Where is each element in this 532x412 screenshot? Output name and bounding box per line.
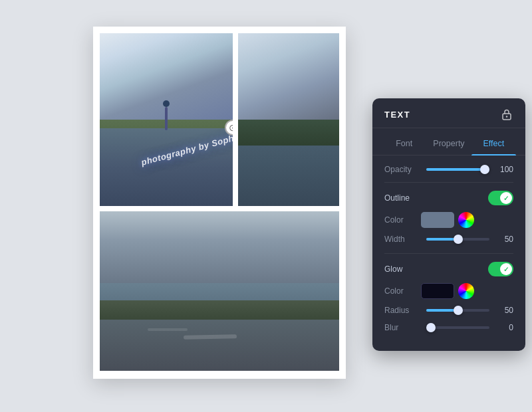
panel-tabs: Font Property Effect xyxy=(372,128,525,155)
glow-toggle[interactable]: ✓ xyxy=(488,262,513,276)
outline-label: Outline xyxy=(384,193,488,203)
opacity-value: 100 xyxy=(495,165,513,174)
outline-width-label: Width xyxy=(384,235,421,244)
glow-radius-label: Radius xyxy=(384,306,421,315)
text-panel: TEXT Font Property Effect Opacity xyxy=(372,98,525,351)
outline-width-value: 50 xyxy=(495,235,513,244)
canvas-area: photography by Sophia TEXT xyxy=(0,0,532,412)
photo-right-top xyxy=(238,33,339,206)
outline-color-picker-icon[interactable] xyxy=(458,212,474,228)
opacity-row: Opacity 100 xyxy=(384,165,513,174)
outline-toggle[interactable]: ✓ xyxy=(488,191,513,205)
panel-body: Opacity 100 Outline ✓ xyxy=(372,155,525,351)
lock-icon[interactable] xyxy=(500,108,513,121)
glow-radius-value: 50 xyxy=(495,306,513,315)
tab-font[interactable]: Font xyxy=(382,135,426,155)
panel-header: TEXT xyxy=(372,98,525,128)
glow-blur-value: 0 xyxy=(495,323,513,332)
outline-width-slider[interactable] xyxy=(426,238,489,241)
divider-2 xyxy=(384,253,513,254)
tab-property[interactable]: Property xyxy=(426,135,471,155)
outline-section: Outline ✓ Color Width xyxy=(384,191,513,244)
glow-color-row: Color xyxy=(384,283,513,299)
glow-radius-slider[interactable] xyxy=(426,309,489,312)
outline-color-row: Color xyxy=(384,212,513,228)
glow-section: Glow ✓ Color Radius xyxy=(384,262,513,332)
photo-collage: photography by Sophia xyxy=(93,27,346,379)
glow-toggle-row: Glow ✓ xyxy=(384,262,513,276)
divider-1 xyxy=(384,182,513,183)
outline-toggle-thumb: ✓ xyxy=(500,192,512,204)
photo-left: photography by Sophia xyxy=(100,33,233,206)
glow-label: Glow xyxy=(384,264,488,274)
outline-color-label: Color xyxy=(384,215,421,225)
glow-blur-label: Blur xyxy=(384,323,421,332)
opacity-label: Opacity xyxy=(384,165,421,174)
glow-blur-slider[interactable] xyxy=(426,326,489,329)
outline-color-swatch[interactable] xyxy=(421,212,454,228)
panel-title: TEXT xyxy=(384,110,410,120)
tab-effect[interactable]: Effect xyxy=(471,135,516,155)
glow-color-picker-icon[interactable] xyxy=(458,283,474,299)
outline-width-row: Width 50 xyxy=(384,235,513,244)
opacity-slider[interactable] xyxy=(426,168,489,171)
glow-color-swatch[interactable] xyxy=(421,283,454,299)
glow-radius-row: Radius 50 xyxy=(384,306,513,315)
svg-point-1 xyxy=(506,116,507,117)
glow-toggle-thumb: ✓ xyxy=(500,263,512,275)
glow-color-label: Color xyxy=(384,286,421,296)
outline-color-swatch-container xyxy=(421,212,474,228)
glow-blur-row: Blur 0 xyxy=(384,323,513,332)
photo-bottom xyxy=(100,211,339,371)
outline-toggle-row: Outline ✓ xyxy=(384,191,513,205)
glow-color-swatch-container xyxy=(421,283,474,299)
